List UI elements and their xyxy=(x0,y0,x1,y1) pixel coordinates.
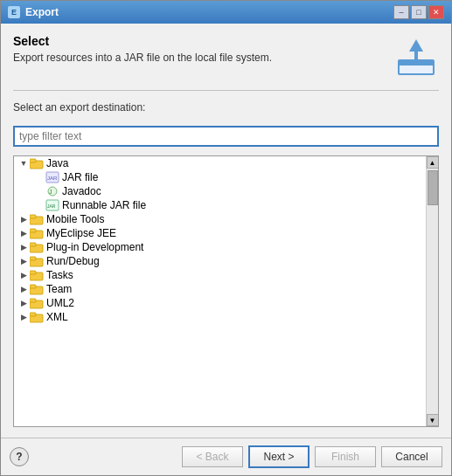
myeclipse-jee-arrow[interactable] xyxy=(17,227,30,239)
svg-rect-23 xyxy=(30,285,36,288)
tree-item-team[interactable]: Team xyxy=(14,282,426,296)
tree-item-plugin-dev[interactable]: Plug-in Development xyxy=(14,240,426,254)
run-debug-folder-icon xyxy=(30,255,44,267)
tree-container: Java JAR JAR file J xyxy=(13,155,439,427)
tree-item-myeclipse-jee[interactable]: MyEclipse JEE xyxy=(14,226,426,240)
java-label: Java xyxy=(46,157,68,169)
team-label: Team xyxy=(46,283,72,295)
bottom-bar: ? < Back Next > Finish Cancel xyxy=(1,438,451,475)
xml-label: XML xyxy=(46,311,68,323)
tasks-label: Tasks xyxy=(46,269,73,281)
run-debug-label: Run/Debug xyxy=(46,255,100,267)
mobile-tools-label: Mobile Tools xyxy=(46,213,104,225)
scroll-thumb[interactable] xyxy=(428,170,438,205)
export-icon xyxy=(393,34,439,79)
svg-rect-5 xyxy=(30,159,36,162)
tree-item-java[interactable]: Java xyxy=(14,156,426,170)
tree-scrollbar[interactable]: ▲ ▼ xyxy=(426,156,438,426)
plugin-dev-arrow[interactable] xyxy=(17,241,30,253)
close-button[interactable]: ✕ xyxy=(428,5,444,19)
finish-button[interactable]: Finish xyxy=(315,446,376,467)
tree-item-runnable-jar[interactable]: JAR Runnable JAR file xyxy=(14,198,426,212)
svg-rect-21 xyxy=(30,271,36,274)
svg-rect-3 xyxy=(414,52,418,62)
svg-text:JAR: JAR xyxy=(47,176,58,181)
header-text: Select Export resources into a JAR file … xyxy=(13,34,272,64)
jar-file-icon: JAR xyxy=(45,171,59,183)
javadoc-label: Javadoc xyxy=(62,185,101,197)
mobile-tools-arrow[interactable] xyxy=(17,213,30,225)
filter-label: Select an export destination: xyxy=(13,101,439,114)
window-icon: E xyxy=(8,6,20,18)
minimize-button[interactable]: – xyxy=(393,5,409,19)
myeclipse-jee-folder-icon xyxy=(30,227,44,239)
help-button[interactable]: ? xyxy=(10,447,29,466)
plugin-dev-folder-icon xyxy=(30,241,44,253)
svg-rect-15 xyxy=(30,229,36,232)
runnable-jar-label: Runnable JAR file xyxy=(62,199,146,211)
runnable-jar-icon: JAR xyxy=(45,199,59,211)
title-bar: E Export – □ ✕ xyxy=(1,1,451,24)
window-title: Export xyxy=(25,6,59,18)
svg-marker-2 xyxy=(409,39,423,52)
filter-input[interactable] xyxy=(13,126,439,147)
plugin-dev-label: Plug-in Development xyxy=(46,241,143,253)
header-section: Select Export resources into a JAR file … xyxy=(13,34,439,79)
tree-scroll[interactable]: Java JAR JAR file J xyxy=(14,156,426,426)
tree-item-xml[interactable]: XML xyxy=(14,310,426,324)
team-arrow[interactable] xyxy=(17,283,30,295)
export-svg-icon xyxy=(395,36,437,78)
svg-text:J: J xyxy=(49,189,52,195)
javadoc-icon: J xyxy=(45,185,59,197)
tree-item-mobile-tools[interactable]: Mobile Tools xyxy=(14,212,426,226)
svg-rect-19 xyxy=(30,257,36,260)
uml2-folder-icon xyxy=(30,297,44,309)
tree-item-jar-file[interactable]: JAR JAR file xyxy=(14,170,426,184)
svg-rect-25 xyxy=(30,299,36,302)
export-window: E Export – □ ✕ Select Export resources i… xyxy=(0,0,452,476)
scroll-up-button[interactable]: ▲ xyxy=(427,156,439,169)
svg-rect-17 xyxy=(30,243,36,246)
back-button[interactable]: < Back xyxy=(182,446,243,467)
maximize-button[interactable]: □ xyxy=(411,5,427,19)
tree-item-javadoc[interactable]: J Javadoc xyxy=(14,184,426,198)
tree-item-run-debug[interactable]: Run/Debug xyxy=(14,254,426,268)
mobile-tools-folder-icon xyxy=(30,213,44,225)
myeclipse-jee-label: MyEclipse JEE xyxy=(46,227,116,239)
cancel-button[interactable]: Cancel xyxy=(381,446,442,467)
window-controls: – □ ✕ xyxy=(393,5,444,19)
tree-item-tasks[interactable]: Tasks xyxy=(14,268,426,282)
svg-rect-13 xyxy=(30,215,36,218)
uml2-arrow[interactable] xyxy=(17,297,30,309)
xml-folder-icon xyxy=(30,311,44,323)
jar-file-label: JAR file xyxy=(62,171,98,183)
team-folder-icon xyxy=(30,283,44,295)
next-button[interactable]: Next > xyxy=(248,445,309,468)
header-separator xyxy=(13,90,439,91)
java-folder-icon xyxy=(30,157,44,169)
tasks-arrow[interactable] xyxy=(17,269,30,281)
xml-arrow[interactable] xyxy=(17,311,30,323)
tasks-folder-icon xyxy=(30,269,44,281)
page-description: Export resources into a JAR file on the … xyxy=(13,52,272,64)
main-content: Select Export resources into a JAR file … xyxy=(1,24,451,438)
scroll-down-button[interactable]: ▼ xyxy=(427,414,439,426)
svg-text:JAR: JAR xyxy=(47,204,56,209)
svg-rect-27 xyxy=(30,313,36,316)
tree-item-uml2[interactable]: UML2 xyxy=(14,296,426,310)
page-title: Select xyxy=(13,34,272,48)
run-debug-arrow[interactable] xyxy=(17,255,30,267)
java-arrow[interactable] xyxy=(17,157,30,169)
uml2-label: UML2 xyxy=(46,297,74,309)
